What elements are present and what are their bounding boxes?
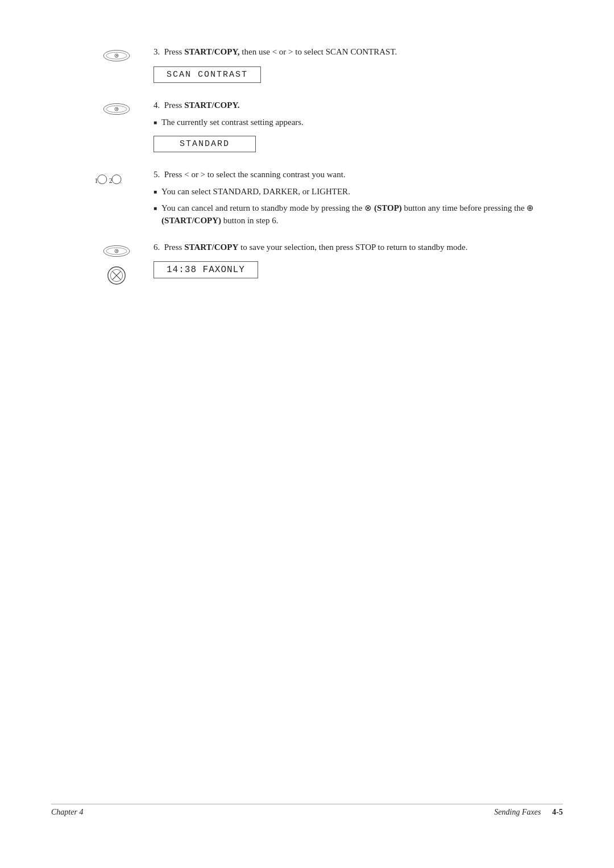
start-copy-icon-3: ✦ [101,242,132,260]
svg-text:1: 1 [94,177,98,185]
step-5-bullet-1: You can select STANDARD, DARKER, or LIGH… [154,185,540,198]
lcd-time-faxonly: 14:38 FaxOnly [154,261,258,278]
lcd-scan-contrast: Scan Contrast [154,66,261,83]
step-4-bullets: The currently set contrast setting appea… [154,116,540,129]
step-5-row: 1 < 2 > 5. Press < or > to select the sc… [85,168,540,231]
step-5-icon-col: 1 < 2 > [85,168,148,191]
svg-text:✦: ✦ [115,249,118,253]
one-two-icon: 1 < 2 > [94,169,139,191]
step-3-instruction: 3. Press START/COPY, then use < or > to … [154,45,540,59]
stop-icon [106,265,127,286]
step-5-text: 5. Press < or > to select the scanning c… [148,168,540,231]
step-6-row: ✦ 6. Press START/COPY to save your selec… [85,241,540,286]
step-4-bullet-1: The currently set contrast setting appea… [154,116,540,129]
svg-text:✦: ✦ [115,107,118,111]
lcd-standard: Standard [154,136,256,152]
content-area: ✦ 3. Press START/COPY, then use < or > t… [85,45,540,286]
step-6-text: 6. Press START/COPY to save your selecti… [148,241,540,285]
step-4-row: ✦ 4. Press START/COPY. The currently set… [85,99,540,158]
svg-text:<: < [99,181,101,185]
footer-chapter: Chapter 4 [51,808,83,817]
step-3-row: ✦ 3. Press START/COPY, then use < or > t… [85,45,540,89]
footer: Chapter 4 Sending Faxes 4-5 [51,804,563,817]
footer-right: Sending Faxes 4-5 [494,808,563,817]
step-5-bullet-2: You can cancel and return to standby mod… [154,202,540,227]
step-6-instruction: 6. Press START/COPY to save your selecti… [154,241,540,254]
step-3-text: 3. Press START/COPY, then use < or > to … [148,45,540,89]
start-copy-icon-2: ✦ [101,100,132,118]
step-4-icon-col: ✦ [85,99,148,118]
step-4-text: 4. Press START/COPY. The currently set c… [148,99,540,158]
step-4-instruction: 4. Press START/COPY. [154,99,540,112]
step-3-icon-col: ✦ [85,45,148,65]
footer-section: Sending Faxes [494,808,541,817]
step-6-icon-col: ✦ [85,241,148,286]
svg-text:✦: ✦ [115,54,118,57]
svg-text:>: > [119,181,122,185]
step-5-instruction: 5. Press < or > to select the scanning c… [154,168,540,181]
footer-page-number: 4-5 [552,808,563,817]
start-copy-icon: ✦ [101,47,132,65]
svg-text:2: 2 [109,177,113,185]
page: ✦ 3. Press START/COPY, then use < or > t… [0,0,614,868]
step-5-bullets: You can select STANDARD, DARKER, or LIGH… [154,185,540,227]
